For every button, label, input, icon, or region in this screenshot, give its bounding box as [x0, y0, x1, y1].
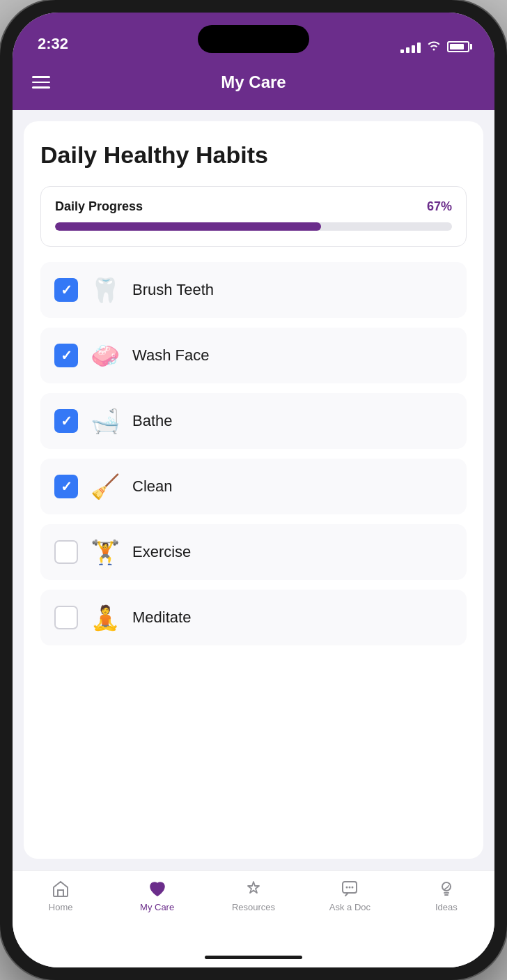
habit-checkbox-bathe[interactable]: ✓ [54, 409, 78, 433]
nav-label-ask-a-doc: Ask a Doc [329, 902, 370, 912]
nav-item-ideas[interactable]: Ideas [398, 879, 494, 912]
habit-item-brush-teeth[interactable]: ✓ 🦷 Brush Teeth [40, 262, 467, 318]
progress-bar-background [55, 222, 452, 231]
phone-frame: 2:32 [0, 0, 507, 980]
svg-point-3 [352, 887, 354, 889]
habit-item-clean[interactable]: ✓ 🧹 Clean [40, 459, 467, 514]
habit-emoji-meditate: 🧘 [91, 604, 120, 631]
habit-name-bathe: Bathe [132, 412, 173, 430]
signal-icon [400, 40, 421, 53]
habit-name-wash-face: Wash Face [132, 346, 209, 365]
page-title: Daily Healthy Habits [40, 141, 467, 169]
my-care-icon [148, 879, 167, 898]
habit-name-brush-teeth: Brush Teeth [132, 281, 214, 299]
nav-item-ask-a-doc[interactable]: Ask a Doc [302, 879, 398, 912]
habit-name-clean: Clean [132, 477, 172, 496]
battery-icon [447, 41, 469, 52]
habit-emoji-bathe: 🛁 [91, 407, 120, 435]
habit-checkbox-meditate[interactable] [54, 606, 78, 629]
dynamic-island [198, 25, 309, 53]
habit-name-meditate: Meditate [132, 608, 191, 627]
home-icon [51, 879, 70, 898]
habits-list: ✓ 🦷 Brush Teeth ✓ 🧼 Wash Face ✓ [40, 262, 467, 645]
progress-percent: 67% [427, 199, 452, 214]
resources-icon [244, 879, 263, 898]
phone-screen: 2:32 [13, 13, 494, 967]
ask-a-doc-icon [340, 879, 359, 898]
progress-section: Daily Progress 67% [40, 186, 467, 247]
status-time: 2:32 [38, 35, 68, 54]
nav-label-ideas: Ideas [435, 902, 458, 912]
nav-item-home[interactable]: Home [13, 879, 109, 912]
header-title: My Care [221, 72, 286, 92]
habit-emoji-clean: 🧹 [91, 473, 120, 500]
habit-checkbox-wash-face[interactable]: ✓ [54, 344, 78, 367]
nav-label-my-care: My Care [140, 902, 174, 912]
svg-point-1 [346, 887, 348, 889]
main-content: Daily Healthy Habits Daily Progress 67% … [24, 121, 483, 859]
habit-checkbox-brush-teeth[interactable]: ✓ [54, 278, 78, 302]
habit-emoji-wash-face: 🧼 [91, 342, 120, 369]
home-indicator [13, 947, 494, 967]
nav-label-home: Home [49, 902, 73, 912]
bottom-navigation: Home My Care Resources [13, 870, 494, 947]
nav-label-resources: Resources [232, 902, 275, 912]
habit-item-bathe[interactable]: ✓ 🛁 Bathe [40, 393, 467, 449]
progress-label: Daily Progress [55, 199, 143, 214]
ideas-icon [437, 879, 456, 898]
status-icons [400, 38, 469, 54]
habit-checkbox-clean[interactable]: ✓ [54, 475, 78, 498]
habit-emoji-brush-teeth: 🦷 [91, 276, 120, 304]
habit-item-wash-face[interactable]: ✓ 🧼 Wash Face [40, 328, 467, 383]
nav-item-my-care[interactable]: My Care [109, 879, 205, 912]
wifi-icon [426, 38, 442, 54]
habit-item-exercise[interactable]: 🏋️ Exercise [40, 524, 467, 580]
habit-item-meditate[interactable]: 🧘 Meditate [40, 590, 467, 645]
habit-name-exercise: Exercise [132, 543, 191, 561]
svg-point-4 [442, 882, 451, 891]
habit-emoji-exercise: 🏋️ [91, 538, 120, 566]
habit-checkbox-exercise[interactable] [54, 540, 78, 564]
progress-bar-fill [55, 222, 321, 231]
nav-item-resources[interactable]: Resources [205, 879, 302, 912]
progress-header: Daily Progress 67% [55, 199, 452, 214]
app-header: My Care [13, 61, 494, 110]
svg-point-2 [349, 887, 351, 889]
hamburger-menu-button[interactable] [32, 76, 50, 89]
